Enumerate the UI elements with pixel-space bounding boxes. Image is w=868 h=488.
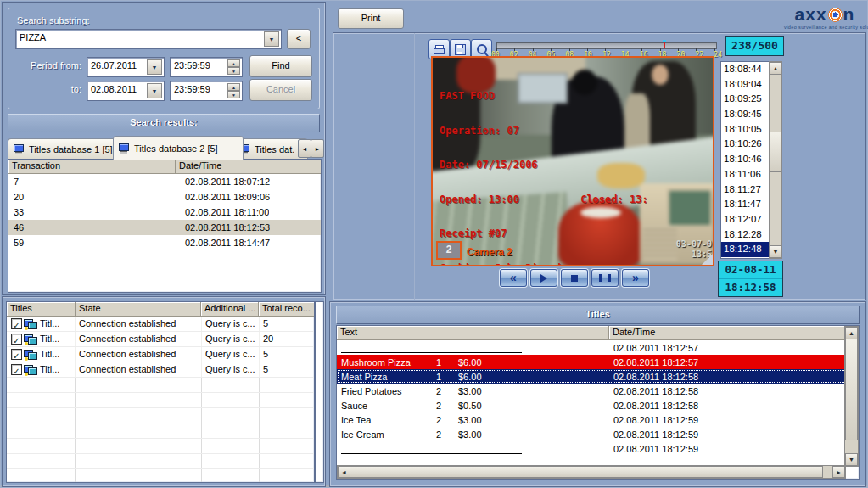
source-checkbox[interactable] xyxy=(11,334,22,345)
logo-text-left: axx xyxy=(795,5,827,24)
title-row[interactable]: 02.08.2011 18:12:57 xyxy=(337,340,859,355)
fast-forward-button[interactable] xyxy=(622,269,649,287)
timeline-position-marker[interactable] xyxy=(664,41,665,48)
search-dropdown-button[interactable] xyxy=(264,31,279,47)
resize-grip-icon[interactable] xyxy=(702,254,713,265)
time-list-item[interactable]: 18:09:25 xyxy=(721,92,769,107)
time-list-item[interactable]: 18:09:45 xyxy=(721,107,769,122)
scrollbar-thumb[interactable] xyxy=(350,466,823,478)
title-row[interactable]: Sauce2$0.50 02.08.2011 18:12:58 xyxy=(337,398,859,412)
source-total: 5 xyxy=(260,317,315,331)
item-qty: 1 xyxy=(426,357,451,367)
from-date-combo[interactable]: 26.07.2011 xyxy=(87,57,165,77)
title-row-highlighted-red[interactable]: Mushroom Pizza1$6.00 02.08.2011 18:12:57 xyxy=(337,355,859,369)
print-button[interactable]: Print xyxy=(338,8,404,29)
scrollbar-thumb[interactable] xyxy=(845,339,858,440)
source-total: 5 xyxy=(260,362,315,377)
column-total[interactable]: Total reco... xyxy=(259,302,315,317)
item-qty: 1 xyxy=(426,372,451,382)
title-row[interactable]: Ice Tea2$3.00 02.08.2011 18:12:59 xyxy=(337,412,859,427)
time-list-scrollbar[interactable]: ▲ ▼ xyxy=(769,61,782,259)
titles-vertical-scrollbar[interactable]: ▲ ▼ xyxy=(844,326,859,467)
to-date-dropdown[interactable] xyxy=(147,83,162,98)
stop-icon xyxy=(571,275,578,282)
column-transaction[interactable]: Transaction xyxy=(8,160,176,174)
time-list-item[interactable]: 18:13:08 xyxy=(721,257,769,259)
time-list-item[interactable]: 18:11:06 xyxy=(721,167,769,182)
time-list-item[interactable]: 18:10:46 xyxy=(721,152,769,167)
transactions-table: Transaction Date/Time 7 02.08.2011 18:07… xyxy=(8,159,322,293)
column-additional[interactable]: Additional ... xyxy=(201,302,259,317)
title-row[interactable]: Ice Cream2$3.00 02.08.2011 18:12:59 xyxy=(337,427,859,441)
source-row[interactable]: Titl... Connection established Query is … xyxy=(7,317,314,332)
scroll-left-button[interactable]: ◄ xyxy=(338,466,350,478)
table-row[interactable]: 7 02.08.2011 18:07:12 xyxy=(8,174,321,189)
source-checkbox[interactable] xyxy=(11,349,22,360)
stop-button[interactable] xyxy=(561,269,588,287)
scroll-down-button[interactable]: ▼ xyxy=(845,453,858,466)
tab-titles-database-2[interactable]: Titles database 2 [5] xyxy=(113,136,244,160)
scroll-right-button[interactable]: ► xyxy=(832,466,845,478)
video-timestamp-date: 03-07-0 xyxy=(676,239,712,250)
time-list-item[interactable]: 18:09:04 xyxy=(721,77,769,93)
time-list-item[interactable]: 18:12:07 xyxy=(721,212,769,227)
from-time-spinner[interactable]: 23:59:59 xyxy=(170,57,243,77)
time-list-item-selected[interactable]: 18:12:48 xyxy=(721,242,769,257)
sources-scroll-strip[interactable] xyxy=(315,301,324,483)
cancel-button[interactable]: Cancel xyxy=(249,79,312,101)
table-row[interactable]: 20 02.08.2011 18:09:06 xyxy=(8,189,321,205)
search-input-value: PIZZA xyxy=(20,32,46,42)
scroll-down-button[interactable]: ▼ xyxy=(770,245,781,258)
table-row[interactable]: 33 02.08.2011 18:11:00 xyxy=(8,205,321,220)
empty-row xyxy=(7,439,314,454)
column-datetime[interactable]: Date/Time xyxy=(176,160,322,174)
title-row[interactable]: Fried Potatoes2$3.00 02.08.2011 18:12:58 xyxy=(337,384,859,398)
source-row[interactable]: Titl... Connection established Query is … xyxy=(7,332,314,347)
pause-button[interactable] xyxy=(591,269,619,287)
title-row-selected[interactable]: Meat Pizza1$6.00 02.08.2011 18:12:58 xyxy=(337,369,859,384)
from-date-dropdown[interactable] xyxy=(147,59,162,75)
tab-titles-database-1[interactable]: Titles database 1 [5] xyxy=(8,138,123,159)
tab-scroll-left-button[interactable] xyxy=(298,139,311,158)
source-row[interactable]: Titl... Connection established Query is … xyxy=(7,347,314,362)
to-date-combo[interactable]: 02.08.2011 xyxy=(87,81,165,101)
source-checkbox[interactable] xyxy=(11,318,22,329)
source-checkbox[interactable] xyxy=(11,364,22,375)
cell-datetime: 02.08.2011 18:12:58 xyxy=(608,372,851,382)
title-row[interactable]: 02.08.2011 18:12:59 xyxy=(337,441,859,456)
titles-table: Text Date/Time 02.08.2011 18:12:57 Mushr… xyxy=(336,325,860,480)
scroll-up-button[interactable]: ▲ xyxy=(845,327,858,339)
table-row[interactable]: 59 02.08.2011 18:14:47 xyxy=(8,235,321,250)
table-row-selected[interactable]: 46 02.08.2011 18:12:53 xyxy=(8,220,321,235)
scrollbar-thumb[interactable] xyxy=(770,132,781,172)
to-time-down[interactable] xyxy=(227,91,240,98)
rewind-button[interactable] xyxy=(500,269,527,287)
empty-row xyxy=(7,469,314,483)
from-time-up[interactable] xyxy=(227,59,240,67)
to-time-up[interactable] xyxy=(227,83,240,91)
scroll-up-button[interactable]: ▲ xyxy=(770,62,781,75)
column-datetime[interactable]: Date/Time xyxy=(609,326,847,340)
time-list-item[interactable]: 18:11:27 xyxy=(721,182,769,198)
column-text[interactable]: Text xyxy=(337,326,609,340)
time-list-item[interactable]: 18:08:44 xyxy=(721,62,769,77)
cell-datetime: 02.08.2011 18:07:12 xyxy=(180,177,270,187)
column-titles[interactable]: Titles xyxy=(7,302,76,317)
collapse-button[interactable]: < xyxy=(287,29,311,49)
play-button[interactable] xyxy=(530,269,557,287)
source-row[interactable]: Titl... Connection established Query is … xyxy=(7,362,314,378)
frame-counter: 238/500 xyxy=(725,36,784,56)
search-input[interactable]: PIZZA xyxy=(15,29,282,49)
tab-titles-database-3[interactable]: Titles dat. xyxy=(233,138,308,159)
tab-scroll-right-button[interactable] xyxy=(311,139,324,158)
time-list-item[interactable]: 18:10:26 xyxy=(721,137,769,152)
from-time-down[interactable] xyxy=(227,67,240,75)
time-list-item[interactable]: 18:11:47 xyxy=(721,197,769,212)
find-button[interactable]: Find xyxy=(249,55,312,77)
column-state[interactable]: State xyxy=(76,302,201,317)
to-time-spinner[interactable]: 23:59:59 xyxy=(170,81,243,101)
time-list-item[interactable]: 18:12:28 xyxy=(721,227,769,243)
cell-transaction: 59 xyxy=(8,238,180,248)
time-list-item[interactable]: 18:10:05 xyxy=(721,122,769,137)
titles-horizontal-scrollbar[interactable]: ◄ ► xyxy=(337,465,846,479)
